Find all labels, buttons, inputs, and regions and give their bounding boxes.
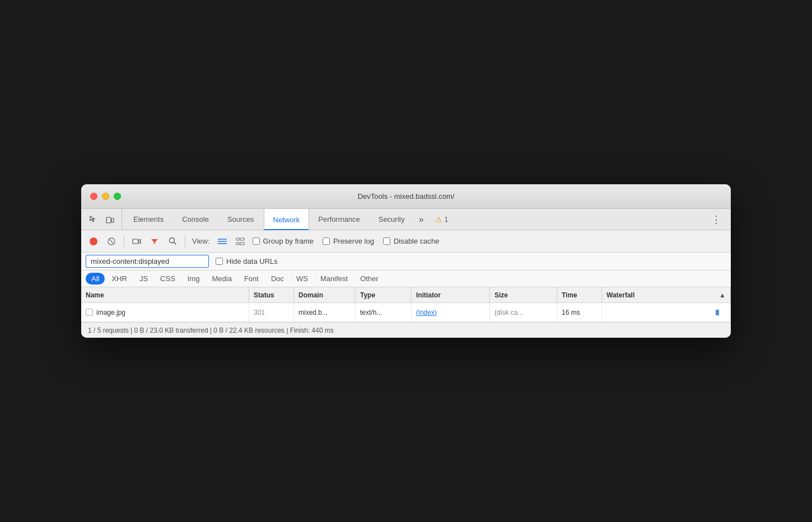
type-filter-xhr[interactable]: XHR: [106, 273, 132, 285]
network-table: Name Status Domain Type Initiator Size T…: [81, 287, 731, 322]
close-button[interactable]: [90, 193, 97, 200]
devtools-menu-button[interactable]: ⋮: [707, 209, 726, 230]
devtools-window: DevTools - mixed.badssl.com/ Element: [81, 184, 731, 338]
devtools-nav: [86, 209, 124, 230]
cell-domain: mixed.b...: [294, 303, 356, 321]
waterfall-bar: [716, 310, 719, 315]
title-bar: DevTools - mixed.badssl.com/: [81, 184, 731, 209]
type-filter-font[interactable]: Font: [239, 273, 264, 285]
screenshot-button[interactable]: [129, 234, 144, 249]
col-domain[interactable]: Domain: [294, 287, 356, 302]
type-filter-other[interactable]: Other: [354, 273, 384, 285]
cell-initiator: (index): [412, 303, 490, 321]
svg-rect-4: [133, 239, 138, 244]
sort-arrow-icon: ▲: [719, 291, 726, 299]
tab-bar: Elements Console Sources Network Perform…: [81, 209, 731, 230]
tab-more-button[interactable]: »: [414, 209, 428, 230]
svg-point-5: [169, 238, 174, 243]
cell-size: (disk ca...: [490, 303, 557, 321]
clear-button[interactable]: [104, 234, 119, 249]
status-bar: 1 / 5 requests | 0 B / 23.0 KB transferr…: [81, 322, 731, 338]
nav-icons: [86, 209, 122, 230]
warning-badge[interactable]: ⚠ 1: [428, 209, 455, 230]
hide-data-urls-checkbox[interactable]: Hide data URLs: [216, 257, 278, 265]
preserve-log-checkbox[interactable]: Preserve log: [323, 237, 374, 245]
svg-rect-12: [236, 243, 239, 245]
group-by-frame-checkbox[interactable]: Group by frame: [253, 237, 314, 245]
search-button[interactable]: [165, 234, 180, 249]
svg-rect-11: [240, 238, 244, 240]
traffic-lights: [90, 193, 121, 200]
col-time[interactable]: Time: [557, 287, 602, 302]
type-filter-all[interactable]: All: [86, 273, 105, 285]
table-body: image.jpg 301 mixed.b... text/h... (inde…: [81, 303, 731, 322]
network-toolbar: View: Group by frame: [81, 230, 731, 253]
table-header: Name Status Domain Type Initiator Size T…: [81, 287, 731, 303]
toolbar-checkboxes: Group by frame Preserve log Disable cach…: [253, 237, 440, 245]
warning-count: 1: [445, 216, 449, 223]
type-filter-bar: AllXHRJSCSSImgMediaFontDocWSManifestOthe…: [81, 271, 731, 287]
tab-console[interactable]: Console: [173, 209, 218, 230]
svg-line-3: [109, 239, 114, 244]
tab-performance[interactable]: Performance: [309, 209, 369, 230]
col-initiator[interactable]: Initiator: [412, 287, 490, 302]
cell-time: 16 ms: [557, 303, 602, 321]
tab-network[interactable]: Network: [264, 209, 310, 230]
type-filter-doc[interactable]: Doc: [265, 273, 290, 285]
type-filter-css[interactable]: CSS: [155, 273, 181, 285]
svg-rect-10: [236, 238, 239, 240]
svg-line-6: [174, 243, 176, 245]
filter-bar: Hide data URLs: [81, 253, 731, 271]
disable-cache-checkbox[interactable]: Disable cache: [383, 237, 440, 245]
tab-elements[interactable]: Elements: [124, 209, 173, 230]
col-waterfall[interactable]: Waterfall ▲: [602, 287, 731, 302]
tab-sources[interactable]: Sources: [218, 209, 264, 230]
svg-rect-13: [240, 243, 244, 245]
svg-rect-1: [111, 218, 114, 222]
table-row[interactable]: image.jpg 301 mixed.b... text/h... (inde…: [81, 303, 731, 322]
record-button[interactable]: [86, 234, 101, 249]
type-filter-ws[interactable]: WS: [291, 273, 314, 285]
toolbar-divider-2: [185, 236, 185, 247]
minimize-button[interactable]: [102, 193, 109, 200]
row-checkbox[interactable]: [86, 309, 93, 316]
cell-waterfall: [602, 303, 731, 321]
cell-type: text/h...: [356, 303, 412, 321]
filter-button[interactable]: [147, 234, 162, 249]
inspect-element-button[interactable]: [86, 212, 100, 227]
record-icon: [90, 237, 97, 245]
window-title: DevTools - mixed.badssl.com/: [358, 192, 455, 201]
maximize-button[interactable]: [114, 193, 121, 200]
cell-status: 301: [249, 303, 294, 321]
col-type[interactable]: Type: [356, 287, 412, 302]
type-filter-js[interactable]: JS: [134, 273, 153, 285]
status-text: 1 / 5 requests | 0 B / 23.0 KB transferr…: [88, 327, 334, 334]
cell-name: image.jpg: [81, 303, 249, 321]
tab-security[interactable]: Security: [370, 209, 414, 230]
view-tree-button[interactable]: [232, 234, 248, 249]
view-list-button[interactable]: [214, 234, 230, 249]
col-name[interactable]: Name: [81, 287, 249, 302]
type-filter-manifest[interactable]: Manifest: [315, 273, 353, 285]
col-status[interactable]: Status: [249, 287, 294, 302]
view-label: View:: [192, 237, 210, 245]
col-size[interactable]: Size: [490, 287, 557, 302]
filter-input[interactable]: [86, 255, 209, 268]
svg-rect-0: [106, 217, 111, 223]
device-toolbar-button[interactable]: [102, 212, 117, 227]
warning-icon: ⚠: [435, 215, 442, 224]
type-filter-img[interactable]: Img: [182, 273, 206, 285]
toolbar-divider-1: [124, 236, 124, 247]
type-filter-media[interactable]: Media: [206, 273, 237, 285]
